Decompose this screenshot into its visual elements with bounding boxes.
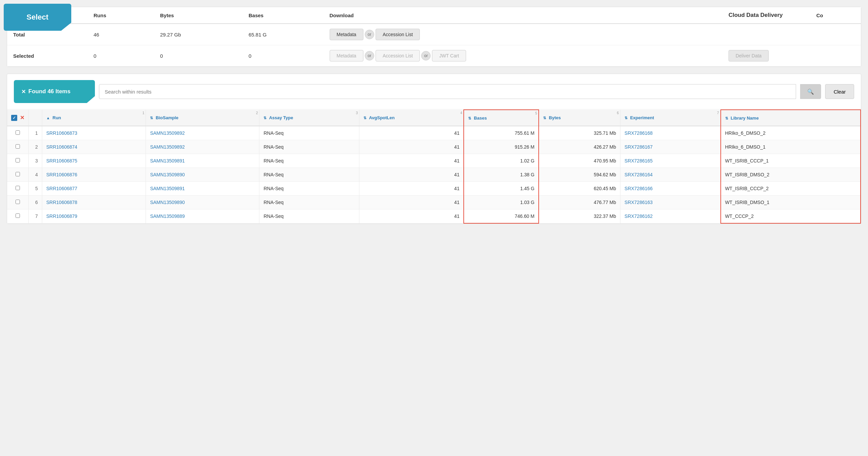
library-name: HRIko_6_DMSO_1 <box>721 140 861 154</box>
selected-jwt-cart-button[interactable]: JWT Cart <box>432 50 466 61</box>
run-link[interactable]: SRR10606878 <box>42 196 146 209</box>
or-separator-2: or <box>365 51 374 60</box>
bottom-panel: ✕ Found 46 Items 🔍 Clear ✓ ✕ ▲ Run <box>7 74 861 224</box>
avgspotlen-sort-icon: ⇅ <box>363 116 366 120</box>
assay-type: RNA-Seq <box>259 168 359 182</box>
bases-value: 915.26 M <box>464 140 539 154</box>
row-checkbox[interactable] <box>7 182 29 196</box>
th-avgspotlen[interactable]: ⇅ AvgSpotLen 4 <box>359 110 464 126</box>
row-number: 5 <box>29 182 42 196</box>
table-header-row: ✓ ✕ ▲ Run 1 ⇅ BioSample 2 ⇅ Assay <box>7 110 861 126</box>
clear-button[interactable]: Clear <box>825 84 854 99</box>
experiment-link[interactable]: SRX7286166 <box>620 182 721 196</box>
th-run[interactable]: ▲ Run 1 <box>42 110 146 126</box>
assay-type: RNA-Seq <box>259 196 359 209</box>
experiment-link[interactable]: SRX7286162 <box>620 209 721 224</box>
total-metadata-button[interactable]: Metadata <box>330 29 363 40</box>
assaytype-sort-icon: ⇅ <box>263 116 266 120</box>
table-row: 6 SRR10606878 SAMN13509890 RNA-Seq 41 1.… <box>7 196 861 209</box>
bytes-value: 594.62 Mb <box>539 168 620 182</box>
summary-table: Runs Bytes Bases Download Cloud Data Del… <box>7 7 861 67</box>
avg-spot-len: 41 <box>359 168 464 182</box>
row-number: 3 <box>29 154 42 168</box>
selected-runs: 0 <box>87 45 154 67</box>
found-badge: ✕ Found 46 Items <box>14 80 95 103</box>
library-name: WT_ISRIB_CCCP_2 <box>721 182 861 196</box>
row-checkbox[interactable] <box>7 209 29 224</box>
experiment-link[interactable]: SRX7286167 <box>620 140 721 154</box>
selected-accession-list-button[interactable]: Accession List <box>376 50 420 61</box>
biosample-sort-icon: ⇅ <box>150 116 153 120</box>
th-bases[interactable]: ⇅ Bases 5 <box>464 110 539 126</box>
select-all-checkbox[interactable]: ✓ <box>11 115 17 121</box>
run-link[interactable]: SRR10606874 <box>42 140 146 154</box>
deliver-data-button[interactable]: Deliver Data <box>729 50 769 61</box>
assay-type: RNA-Seq <box>259 209 359 224</box>
col-header-bytes: Bytes <box>154 7 242 24</box>
search-input[interactable] <box>99 84 796 99</box>
bytes-value: 476.77 Mb <box>539 196 620 209</box>
table-row: 1 SRR10606873 SAMN13509892 RNA-Seq 41 75… <box>7 126 861 140</box>
biosample-link[interactable]: SAMN13509891 <box>146 182 259 196</box>
table-row: 3 SRR10606875 SAMN13509891 RNA-Seq 41 1.… <box>7 154 861 168</box>
biosample-link[interactable]: SAMN13509889 <box>146 209 259 224</box>
biosample-link[interactable]: SAMN13509892 <box>146 126 259 140</box>
table-row: 7 SRR10606879 SAMN13509889 RNA-Seq 41 74… <box>7 209 861 224</box>
library-name: WT_ISRIB_DMSO_1 <box>721 196 861 209</box>
experiment-link[interactable]: SRX7286163 <box>620 196 721 209</box>
biosample-link[interactable]: SAMN13509891 <box>146 154 259 168</box>
biosample-link[interactable]: SAMN13509890 <box>146 168 259 182</box>
deselect-all-button[interactable]: ✕ <box>20 115 24 121</box>
th-experiment[interactable]: ⇅ Experiment 7 <box>620 110 721 126</box>
experiment-link[interactable]: SRX7286164 <box>620 168 721 182</box>
avg-spot-len: 41 <box>359 209 464 224</box>
th-assaytype[interactable]: ⇅ Assay Type 3 <box>259 110 359 126</box>
select-button[interactable]: Select <box>4 4 71 31</box>
row-checkbox[interactable] <box>7 140 29 154</box>
row-checkbox[interactable] <box>7 154 29 168</box>
bases-value: 1.38 G <box>464 168 539 182</box>
avg-spot-len: 41 <box>359 126 464 140</box>
row-number: 6 <box>29 196 42 209</box>
total-runs: 46 <box>87 24 154 45</box>
th-libraryname[interactable]: ⇅ Library Name <box>721 110 861 126</box>
th-biosample[interactable]: ⇅ BioSample 2 <box>146 110 259 126</box>
bases-value: 1.45 G <box>464 182 539 196</box>
avg-spot-len: 41 <box>359 154 464 168</box>
run-link[interactable]: SRR10606873 <box>42 126 146 140</box>
avg-spot-len: 41 <box>359 140 464 154</box>
row-number: 1 <box>29 126 42 140</box>
total-download-buttons: Metadata or Accession List <box>324 24 722 45</box>
bytes-sort-icon: ⇅ <box>543 116 546 120</box>
total-accession-list-button[interactable]: Accession List <box>376 29 420 40</box>
run-link[interactable]: SRR10606875 <box>42 154 146 168</box>
search-icon: 🔍 <box>807 88 814 95</box>
top-panel: Select Runs Bytes Bases Download Cloud D… <box>7 7 861 67</box>
selected-bytes: 0 <box>154 45 242 67</box>
biosample-link[interactable]: SAMN13509890 <box>146 196 259 209</box>
libraryname-sort-icon: ⇅ <box>725 116 728 120</box>
run-link[interactable]: SRR10606876 <box>42 168 146 182</box>
data-table: ✓ ✕ ▲ Run 1 ⇅ BioSample 2 ⇅ Assay <box>7 109 861 224</box>
experiment-link[interactable]: SRX7286168 <box>620 126 721 140</box>
selected-metadata-button[interactable]: Metadata <box>330 50 363 61</box>
row-number: 7 <box>29 209 42 224</box>
library-name: WT_ISRIB_DMSO_2 <box>721 168 861 182</box>
table-row: 2 SRR10606874 SAMN13509892 RNA-Seq 41 91… <box>7 140 861 154</box>
total-bases: 65.81 G <box>242 24 324 45</box>
search-button[interactable]: 🔍 <box>800 84 821 99</box>
library-name: WT_ISRIB_CCCP_1 <box>721 154 861 168</box>
experiment-sort-icon: ⇅ <box>624 116 628 120</box>
run-link[interactable]: SRR10606877 <box>42 182 146 196</box>
row-checkbox[interactable] <box>7 196 29 209</box>
th-bytes[interactable]: ⇅ Bytes 6 <box>539 110 620 126</box>
bases-sort-icon: ⇅ <box>468 116 471 120</box>
row-checkbox[interactable] <box>7 168 29 182</box>
row-checkbox[interactable] <box>7 126 29 140</box>
avg-spot-len: 41 <box>359 182 464 196</box>
assay-type: RNA-Seq <box>259 154 359 168</box>
biosample-link[interactable]: SAMN13509892 <box>146 140 259 154</box>
experiment-link[interactable]: SRX7286165 <box>620 154 721 168</box>
table-row: 4 SRR10606876 SAMN13509890 RNA-Seq 41 1.… <box>7 168 861 182</box>
run-link[interactable]: SRR10606879 <box>42 209 146 224</box>
